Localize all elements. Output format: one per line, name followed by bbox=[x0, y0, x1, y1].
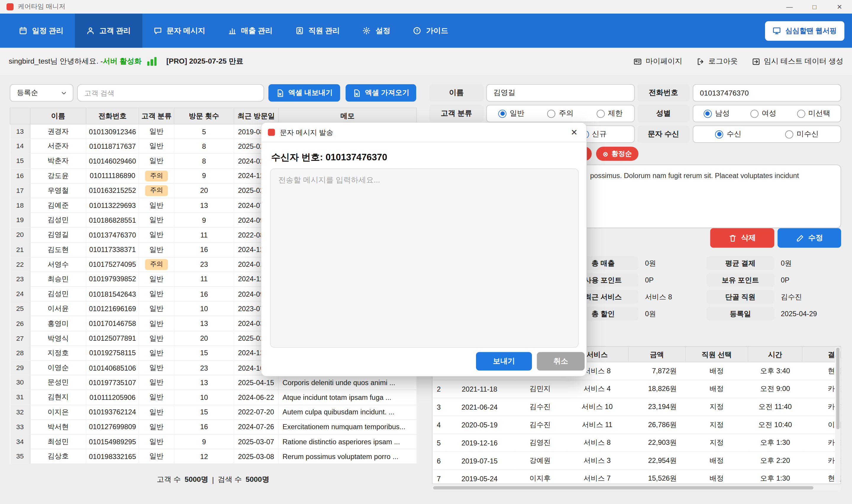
radio-option[interactable]: 일반 bbox=[498, 109, 525, 118]
history-row[interactable]: 42020-05-19김수진서비스 1126,786원지정오전 10:40이체 bbox=[433, 416, 841, 434]
col-header-category[interactable]: 고객 분류 bbox=[139, 108, 174, 124]
radio-icon bbox=[797, 109, 805, 118]
minimize-icon[interactable]: — bbox=[777, 0, 802, 14]
greeting-text: singbird_test님 안녕하세요. - bbox=[8, 56, 103, 66]
col-header-memo[interactable]: 메모 bbox=[278, 108, 417, 124]
excel-icon bbox=[352, 89, 361, 97]
customer-search-input[interactable] bbox=[77, 84, 264, 102]
radio-option[interactable]: 미선택 bbox=[797, 109, 830, 118]
scrollbar-thumb[interactable] bbox=[433, 486, 814, 489]
logout-link[interactable]: 로그아웃 bbox=[696, 56, 738, 66]
radio-option[interactable]: 남성 bbox=[704, 109, 729, 118]
generate-label: 임시 테스트 데이터 생성 bbox=[764, 56, 844, 66]
edit-icon bbox=[796, 234, 804, 242]
edit-button[interactable]: 수정 bbox=[777, 228, 841, 248]
history-vertical-scrollbar[interactable] bbox=[835, 347, 840, 483]
message-textarea[interactable] bbox=[270, 168, 579, 347]
radio-label: 미수신 bbox=[797, 129, 819, 139]
col-header-lastvisit[interactable]: 최근 방문일 bbox=[234, 108, 279, 124]
stat-row: 보유 포인트0P bbox=[706, 273, 817, 287]
customer-tag[interactable]: ⊗황정순 bbox=[596, 147, 638, 161]
radio-option[interactable]: 여성 bbox=[750, 109, 776, 118]
excel-import-button[interactable]: 엑셀 가져오기 bbox=[346, 84, 416, 102]
delete-button[interactable]: 삭제 bbox=[710, 228, 775, 248]
history-row[interactable]: 22021-11-18김민지서비스 418,826원배정오전 9:00카드 bbox=[433, 380, 841, 398]
stat-label: 등록일 bbox=[706, 307, 775, 321]
nav-tab[interactable]: 문자 메시지 bbox=[142, 14, 217, 48]
footer-separator: | bbox=[212, 475, 214, 484]
stat-value: 2025-04-29 bbox=[781, 310, 817, 318]
nav-tab-label: 설정 bbox=[376, 26, 391, 36]
websurf-button[interactable]: 심심할땐 웹서핑 bbox=[765, 21, 844, 40]
cancel-button[interactable]: 취소 bbox=[537, 352, 585, 370]
stat-label: 단골 직원 bbox=[706, 290, 775, 304]
remove-tag-icon[interactable]: ⊗ bbox=[603, 150, 608, 158]
hcol-assign[interactable]: 직원 선택 bbox=[686, 347, 748, 362]
radio-option[interactable]: 수신 bbox=[715, 129, 741, 139]
window-titlebar: 케어타임 매니저 — □ ✕ bbox=[0, 0, 852, 14]
history-row[interactable]: 32021-06-24김수진서비스 1023,194원지정오전 11:40카드 bbox=[433, 398, 841, 416]
history-horizontal-scrollbar[interactable] bbox=[432, 485, 841, 490]
modal-close-icon[interactable]: ✕ bbox=[568, 127, 580, 137]
name-input[interactable]: 김영길 bbox=[486, 84, 635, 102]
history-table-body: 1서비스 87,872원배정오후 3:40현금22021-11-18김민지서비스… bbox=[433, 362, 841, 484]
status-bar: singbird_test님 안녕하세요. - 서버 활성화 [PRO] 202… bbox=[0, 48, 852, 75]
history-row[interactable]: 62019-07-15강예원서비스 322,954원배정오후 2:20카드 bbox=[433, 452, 841, 470]
radio-label: 제한 bbox=[608, 109, 623, 118]
col-header-phone[interactable]: 전화번호 bbox=[86, 108, 139, 124]
sort-value: 등록순 bbox=[17, 88, 38, 98]
radio-label: 주의 bbox=[559, 109, 574, 118]
customer-row[interactable]: 35김상호010198332165일반122025-03-08Rerum pos… bbox=[10, 449, 417, 464]
scrollbar-thumb[interactable] bbox=[836, 347, 839, 429]
app-icon bbox=[6, 3, 14, 10]
gear-icon bbox=[363, 26, 371, 35]
svg-text:?: ? bbox=[416, 29, 419, 33]
radio-icon bbox=[547, 109, 556, 118]
send-button[interactable]: 보내기 bbox=[476, 352, 532, 370]
nav-tab[interactable]: 매출 관리 bbox=[217, 14, 284, 48]
main-nav: 일정 관리고객 관리문자 메시지매출 관리직원 관리설정?가이드 심심할땐 웹서… bbox=[0, 14, 852, 48]
customer-row[interactable]: 30문성민010197735107일반132025-04-15Corporis … bbox=[10, 375, 417, 390]
col-header-num bbox=[10, 108, 30, 124]
hcol-amount[interactable]: 금액 bbox=[628, 347, 686, 362]
tag-label: 황정순 bbox=[612, 149, 632, 158]
stat-label: 보유 포인트 bbox=[706, 273, 775, 287]
history-row[interactable]: 52019-12-16김영진서비스 822,903원지정오후 1:30카드 bbox=[433, 434, 841, 452]
search-count-value: 5000명 bbox=[246, 475, 269, 485]
name-label: 이름 bbox=[429, 84, 484, 102]
nav-tab[interactable]: 설정 bbox=[351, 14, 402, 48]
col-header-name[interactable]: 이름 bbox=[30, 108, 86, 124]
monitor-icon bbox=[773, 26, 781, 35]
excel-export-button[interactable]: 엑셀 내보내기 bbox=[268, 84, 340, 102]
generate-test-data-link[interactable]: 임시 테스트 데이터 생성 bbox=[752, 56, 844, 66]
nav-tab[interactable]: 직원 관리 bbox=[284, 14, 351, 48]
logout-label: 로그아웃 bbox=[708, 56, 738, 66]
customer-count-label: 고객 수 bbox=[157, 475, 181, 485]
customer-row[interactable]: 31김현지010111205906일반102024-06-22Atque inc… bbox=[10, 390, 417, 405]
sort-dropdown[interactable]: 등록순 bbox=[10, 84, 73, 102]
phone-value: 010137476370 bbox=[700, 89, 749, 97]
customer-row[interactable]: 32이지은010193762124일반152022-07-20Autem cul… bbox=[10, 404, 417, 419]
radio-label: 일반 bbox=[510, 109, 525, 118]
mypage-link[interactable]: 마이페이지 bbox=[634, 56, 682, 66]
close-icon[interactable]: ✕ bbox=[827, 0, 852, 14]
phone-label: 전화번호 bbox=[637, 84, 689, 102]
nav-tab[interactable]: 고객 관리 bbox=[75, 14, 142, 48]
nav-tab[interactable]: ?가이드 bbox=[402, 14, 460, 48]
gender-radio-group: 남성여성미선택 bbox=[693, 105, 841, 122]
maximize-icon[interactable]: □ bbox=[802, 0, 827, 14]
customer-row[interactable]: 34최성민010154989295일반92025-03-07Ratione di… bbox=[10, 434, 417, 449]
radio-option[interactable]: 제한 bbox=[596, 109, 622, 118]
history-row[interactable]: 72019-05-24이지후서비스 715,526원배정오후 1:30현금 bbox=[433, 470, 841, 484]
radio-option[interactable]: 미수신 bbox=[785, 129, 819, 139]
radio-option[interactable]: 주의 bbox=[547, 109, 573, 118]
customer-row[interactable]: 33박서현010127699809일반162024-07-26Exercitat… bbox=[10, 419, 417, 434]
pro-expiry: [PRO] 2025-07-25 만료 bbox=[166, 56, 243, 66]
hcol-time[interactable]: 시간 bbox=[748, 347, 802, 362]
category-radio-group: 일반주의제한 bbox=[486, 105, 635, 122]
phone-input[interactable]: 010137476370 bbox=[693, 84, 841, 102]
col-header-visits[interactable]: 방문 횟수 bbox=[174, 108, 234, 124]
excel-icon bbox=[276, 89, 284, 97]
nav-tab[interactable]: 일정 관리 bbox=[8, 14, 75, 48]
websurf-label: 심심할땐 웹서핑 bbox=[785, 26, 837, 36]
